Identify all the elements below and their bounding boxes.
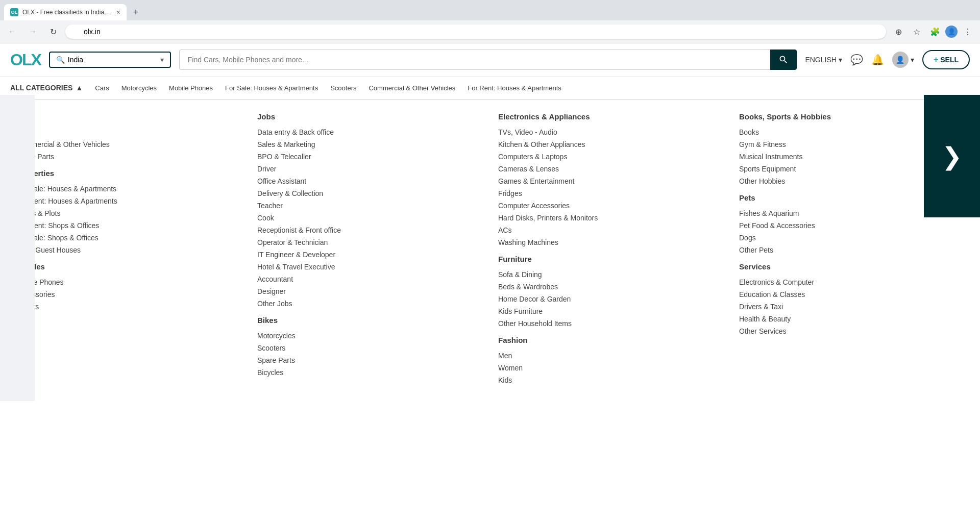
link-other-hobbies[interactable]: Other Hobbies — [739, 177, 785, 185]
next-slide-button[interactable] — [924, 95, 980, 217]
list-item: Sales & Marketing — [257, 140, 482, 148]
list-item: Computer Accessories — [498, 202, 723, 210]
link-fridges[interactable]: Fridges — [498, 189, 522, 197]
link-women[interactable]: Women — [498, 364, 523, 372]
link-beds-wardrobes[interactable]: Beds & Wardrobes — [498, 283, 558, 291]
link-accountant[interactable]: Accountant — [257, 275, 293, 283]
link-kitchen-appliances[interactable]: Kitchen & Other Appliances — [498, 140, 585, 148]
link-acs[interactable]: ACs — [498, 226, 511, 234]
location-input[interactable] — [68, 56, 157, 64]
back-button[interactable]: ← — [4, 23, 20, 40]
nav-item-motorcycles[interactable]: Motorcycles — [121, 77, 157, 99]
refresh-button[interactable]: ↻ — [45, 23, 61, 40]
link-computer-accessories[interactable]: Computer Accessories — [498, 202, 570, 210]
link-receptionist[interactable]: Receptionist & Front office — [257, 226, 341, 234]
link-hotel-travel[interactable]: Hotel & Travel Executive — [257, 263, 335, 271]
bookmark-button[interactable]: ☆ — [909, 23, 925, 40]
list-item: Drivers & Taxi — [739, 303, 964, 311]
forward-button[interactable]: → — [24, 23, 41, 40]
list-item: Electronics & Computer — [739, 278, 964, 286]
link-designer[interactable]: Designer — [257, 287, 286, 295]
url-input[interactable] — [65, 24, 886, 39]
link-other-household[interactable]: Other Household Items — [498, 319, 572, 328]
link-men[interactable]: Men — [498, 352, 512, 360]
link-bikes-spare-parts[interactable]: Spare Parts — [257, 356, 295, 364]
link-education-classes[interactable]: Education & Classes — [739, 290, 805, 299]
link-operator-technician[interactable]: Operator & Technician — [257, 238, 328, 246]
menu-button[interactable]: ⋮ — [960, 23, 976, 40]
nav-item-scooters[interactable]: Scooters — [330, 77, 356, 99]
list-item: Office Assistant — [257, 177, 482, 185]
nav-item-commercial-vehicles[interactable]: Commercial & Other Vehicles — [369, 77, 455, 99]
tab-close-button[interactable]: × — [116, 8, 120, 16]
link-pet-food[interactable]: Pet Food & Accessories — [739, 221, 815, 230]
list-item: Health & Beauty — [739, 315, 964, 323]
browser-chrome: OL OLX - Free classifieds in India, Bu ×… — [0, 0, 980, 43]
profile-icon[interactable]: 👤 — [945, 26, 958, 38]
extensions-button[interactable]: 🧩 — [927, 23, 943, 40]
list-item: PG & Guest Houses — [16, 246, 241, 254]
link-other-jobs[interactable]: Other Jobs — [257, 300, 292, 308]
list-item: Cameras & Lenses — [498, 165, 723, 173]
list-item: For Sale: Shops & Offices — [16, 234, 241, 242]
link-scooters[interactable]: Scooters — [257, 344, 285, 352]
link-gym-fitness[interactable]: Gym & Fitness — [739, 140, 786, 148]
category-group-mobiles: Mobiles Mobile Phones Accessories Tablet… — [16, 262, 241, 311]
link-sofa-dining[interactable]: Sofa & Dining — [498, 270, 542, 279]
search-button[interactable] — [770, 49, 797, 70]
chat-icon[interactable]: 💬 — [850, 54, 863, 66]
link-hard-disks[interactable]: Hard Disks, Printers & Monitors — [498, 214, 598, 222]
link-other-services[interactable]: Other Services — [739, 327, 787, 335]
language-selector[interactable]: ENGLISH ▾ — [805, 56, 842, 64]
url-bar-wrapper: 🔒 — [65, 24, 886, 39]
link-other-pets[interactable]: Other Pets — [739, 246, 773, 254]
link-health-beauty[interactable]: Health & Beauty — [739, 315, 791, 323]
link-musical-instruments[interactable]: Musical Instruments — [739, 153, 802, 161]
link-kids[interactable]: Kids — [498, 376, 512, 384]
active-tab[interactable]: OL OLX - Free classifieds in India, Bu × — [4, 4, 127, 20]
list-item: Kids — [498, 376, 723, 384]
sell-button[interactable]: + SELL — [922, 50, 970, 69]
link-data-entry[interactable]: Data entry & Back office — [257, 128, 334, 136]
nav-item-for-sale-houses[interactable]: For Sale: Houses & Apartments — [225, 77, 318, 99]
location-selector[interactable]: 🔍 ▾ — [49, 52, 171, 68]
link-bicycles[interactable]: Bicycles — [257, 368, 283, 377]
link-delivery-collection[interactable]: Delivery & Collection — [257, 189, 323, 197]
link-bpo-telecaller[interactable]: BPO & Telecaller — [257, 153, 311, 161]
link-books[interactable]: Books — [739, 128, 759, 136]
link-home-decor[interactable]: Home Decor & Garden — [498, 295, 571, 303]
nav-item-for-rent-houses[interactable]: For Rent: Houses & Apartments — [468, 77, 561, 99]
link-dogs[interactable]: Dogs — [739, 234, 756, 242]
list-item: Pet Food & Accessories — [739, 221, 964, 230]
notification-icon[interactable]: 🔔 — [871, 54, 884, 66]
category-group-bikes: Bikes Motorcycles Scooters Spare Parts B… — [257, 316, 482, 377]
search-input[interactable] — [179, 49, 771, 70]
new-tab-button[interactable]: + — [129, 5, 143, 19]
link-office-assistant[interactable]: Office Assistant — [257, 177, 306, 185]
link-cameras[interactable]: Cameras & Lenses — [498, 165, 559, 173]
link-kids-furniture[interactable]: Kids Furniture — [498, 307, 543, 315]
link-cook[interactable]: Cook — [257, 214, 274, 222]
link-washing-machines[interactable]: Washing Machines — [498, 238, 558, 246]
nav-item-mobile-phones[interactable]: Mobile Phones — [169, 77, 213, 99]
link-it-engineer[interactable]: IT Engineer & Developer — [257, 251, 335, 259]
nav-item-cars[interactable]: Cars — [95, 77, 109, 99]
link-sports-equipment[interactable]: Sports Equipment — [739, 165, 796, 173]
link-teacher[interactable]: Teacher — [257, 202, 283, 210]
link-electronics-computer[interactable]: Electronics & Computer — [739, 278, 814, 286]
user-menu[interactable]: 👤 ▾ — [892, 52, 914, 68]
link-tvs[interactable]: TVs, Video - Audio — [498, 128, 557, 136]
link-driver[interactable]: Driver — [257, 165, 276, 173]
list-item: Other Services — [739, 327, 964, 335]
list-item: Receptionist & Front office — [257, 226, 482, 234]
link-fishes-aquarium[interactable]: Fishes & Aquarium — [739, 209, 799, 217]
list-item: Teacher — [257, 202, 482, 210]
link-sales-marketing[interactable]: Sales & Marketing — [257, 140, 315, 148]
category-group-furniture: Furniture Sofa & Dining Beds & Wardrobes… — [498, 255, 723, 328]
link-games[interactable]: Games & Entertainment — [498, 177, 574, 185]
list-item: Scooters — [257, 344, 482, 352]
cast-button[interactable]: ⊕ — [890, 23, 906, 40]
link-drivers-taxi[interactable]: Drivers & Taxi — [739, 303, 783, 311]
link-motorcycles[interactable]: Motorcycles — [257, 332, 296, 340]
link-computers[interactable]: Computers & Laptops — [498, 153, 567, 161]
